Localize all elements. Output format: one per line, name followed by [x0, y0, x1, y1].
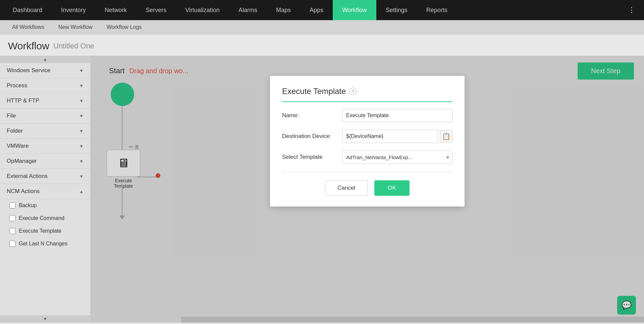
sidebar-checkbox-backup[interactable]: Backup [0, 199, 90, 212]
checkbox-backup-label: Backup [19, 202, 37, 209]
checkbox-execute-command-label: Execute Command [19, 215, 64, 221]
checkbox-execute-template-label: Execute Template [19, 228, 61, 234]
sidebar-scroll-down[interactable]: ▼ [0, 315, 90, 323]
sidebar-label-file: File [7, 112, 16, 119]
modal-field-name: Name: [282, 109, 452, 122]
checkbox-backup[interactable] [9, 202, 15, 209]
subnav-all-workflows[interactable]: All Workflows [7, 20, 50, 34]
page-header: Workflow Untitled One [0, 34, 644, 56]
modal-title-text: Execute Template [282, 87, 346, 96]
help-icon[interactable]: ? [349, 88, 357, 95]
nav-inventory[interactable]: Inventory [52, 0, 95, 20]
sidebar-item-process[interactable]: Process ▼ [0, 78, 90, 93]
destination-input-wrap: 📋 [342, 130, 452, 143]
nav-network[interactable]: Network [95, 0, 136, 20]
chevron-down-icon: ▼ [79, 68, 84, 73]
sidebar-item-vmware[interactable]: VMWare ▼ [0, 139, 90, 154]
modal-divider [282, 172, 452, 172]
sidebar-label-http-ftp: HTTP & FTP [7, 97, 39, 104]
sidebar-label-ncm-actions: NCM Actions [7, 188, 40, 195]
nav-alarms[interactable]: Alarms [229, 0, 267, 20]
sidebar-item-windows-service[interactable]: Windows Service ▼ [0, 63, 90, 78]
nav-virtualization[interactable]: Virtualization [176, 0, 229, 20]
page-title: Workflow [8, 40, 49, 52]
sidebar-label-vmware: VMWare [7, 143, 29, 149]
modal-field-destination: Destination Device: 📋 [282, 130, 452, 143]
template-select[interactable]: AdTran_NetVanta_FlowExp... [342, 150, 452, 164]
chevron-down-icon-5: ▼ [79, 129, 84, 134]
sidebar: ▲ Windows Service ▼ Process ▼ HTTP & FTP… [0, 56, 91, 323]
name-input[interactable] [342, 109, 452, 122]
execute-template-modal: Execute Template ? Name: Destination Dev… [270, 76, 465, 206]
checkbox-get-last-n-changes-label: Get Last N Changes [19, 241, 67, 247]
sidebar-checkbox-execute-command[interactable]: Execute Command [0, 212, 90, 225]
checkbox-execute-command[interactable] [9, 215, 15, 221]
chevron-down-icon-8: ▼ [79, 174, 84, 179]
name-label: Name: [282, 112, 342, 119]
nav-dashboard[interactable]: Dashboard [3, 0, 52, 20]
sidebar-item-http-ftp[interactable]: HTTP & FTP ▼ [0, 93, 90, 108]
chevron-down-icon-7: ▼ [79, 159, 84, 164]
sidebar-label-external-actions: External Actions [7, 173, 48, 180]
chevron-down-icon-3: ▼ [79, 98, 84, 103]
template-label: Select Template [282, 154, 342, 160]
template-select-wrap: AdTran_NetVanta_FlowExp... [342, 150, 452, 164]
nav-more-icon[interactable]: ⋮ [623, 6, 641, 14]
device-list-icon: 📋 [442, 132, 450, 140]
canvas-area: Next Step Start Drag and drop wo... ✏ 🗑 … [91, 56, 644, 323]
nav-maps[interactable]: Maps [267, 0, 300, 20]
nav-reports[interactable]: Reports [417, 0, 457, 20]
chevron-down-icon-2: ▼ [79, 83, 84, 88]
destination-device-input[interactable] [342, 130, 438, 143]
main-layout: ▲ Windows Service ▼ Process ▼ HTTP & FTP… [0, 56, 644, 323]
nav-settings[interactable]: Settings [376, 0, 417, 20]
modal-actions: Cancel OK [282, 180, 452, 196]
page-subtitle: Untitled One [53, 42, 94, 50]
sidebar-item-ncm-actions[interactable]: NCM Actions ▲ [0, 184, 90, 199]
subnav-new-workflow[interactable]: New Workflow [53, 20, 98, 34]
chevron-down-icon-4: ▼ [79, 113, 84, 119]
nav-workflow[interactable]: Workflow [333, 0, 376, 20]
checkbox-execute-template[interactable] [9, 228, 15, 234]
ok-button[interactable]: OK [374, 180, 410, 196]
nav-servers[interactable]: Servers [136, 0, 176, 20]
nav-apps[interactable]: Apps [300, 0, 333, 20]
modal-overlay: Execute Template ? Name: Destination Dev… [91, 56, 644, 323]
sidebar-label-opmanager: OpManager [7, 158, 37, 165]
device-list-button[interactable]: 📋 [440, 130, 452, 143]
sidebar-item-folder[interactable]: Folder ▼ [0, 124, 90, 139]
cancel-button[interactable]: Cancel [325, 180, 368, 196]
modal-field-template: Select Template AdTran_NetVanta_FlowExp.… [282, 150, 452, 164]
modal-title: Execute Template ? [282, 87, 452, 102]
checkbox-get-last-n-changes[interactable] [9, 241, 15, 247]
sidebar-scroll: Windows Service ▼ Process ▼ HTTP & FTP ▼… [0, 63, 90, 315]
sidebar-label-windows-service: Windows Service [7, 67, 50, 74]
subnav-workflow-logs[interactable]: Workflow Logs [101, 20, 147, 34]
sidebar-checkbox-execute-template[interactable]: Execute Template [0, 225, 90, 237]
sidebar-label-process: Process [7, 82, 27, 89]
sub-nav: All Workflows New Workflow Workflow Logs [0, 20, 644, 34]
sidebar-item-opmanager[interactable]: OpManager ▼ [0, 154, 90, 169]
sidebar-scroll-up[interactable]: ▲ [0, 56, 90, 63]
chevron-up-icon: ▲ [79, 189, 84, 194]
sidebar-label-folder: Folder [7, 128, 23, 134]
sidebar-checkbox-get-last-n-changes[interactable]: Get Last N Changes [0, 237, 90, 250]
chevron-down-icon-6: ▼ [79, 144, 84, 149]
destination-label: Destination Device: [282, 133, 342, 140]
sidebar-item-external-actions[interactable]: External Actions ▼ [0, 169, 90, 184]
top-nav: Dashboard Inventory Network Servers Virt… [0, 0, 644, 20]
sidebar-item-file[interactable]: File ▼ [0, 108, 90, 124]
